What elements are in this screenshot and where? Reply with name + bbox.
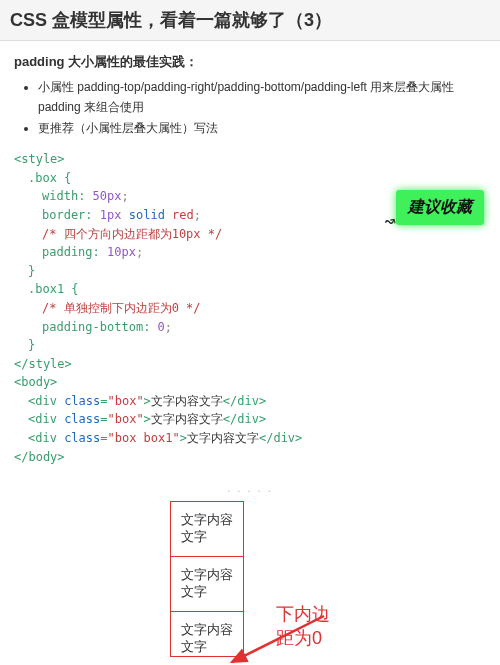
code-line: .box1 { <box>14 280 486 299</box>
code-line: </style> <box>14 355 486 374</box>
code-line: padding-bottom: 0; <box>14 318 486 337</box>
demo-boxes: 文字内容文字 文字内容文字 文字内容文字 <box>170 502 244 656</box>
demo-box-last: 文字内容文字 <box>170 611 244 657</box>
code-line: } <box>14 336 486 355</box>
code-line: <style> <box>14 150 486 169</box>
demo-box: 文字内容文字 <box>170 501 244 557</box>
code-comment: /* 单独控制下内边距为0 */ <box>14 299 486 318</box>
code-line: } <box>14 262 486 281</box>
page-title: CSS 盒模型属性，看着一篇就够了（3） <box>0 0 500 41</box>
code-line: <div class="box">文字内容文字</div> <box>14 410 486 429</box>
demo-caption: 下内边距为0 <box>276 602 330 651</box>
code-line: padding: 10px; <box>14 243 486 262</box>
demo-figure: 文字内容文字 文字内容文字 文字内容文字 下内边距为0 <box>14 502 486 656</box>
demo-box: 文字内容文字 <box>170 556 244 612</box>
suggestion-badge: 建议收藏 <box>396 190 484 225</box>
code-line: <body> <box>14 373 486 392</box>
subheading: padding 大小属性的最佳实践： <box>14 53 486 71</box>
code-block: ↝ 建议收藏 <style> .box { width: 50px; borde… <box>14 148 486 468</box>
code-line: <div class="box box1">文字内容文字</div> <box>14 429 486 448</box>
article-body: padding 大小属性的最佳实践： 小属性 padding-top/paddi… <box>0 41 500 665</box>
code-line: <div class="box">文字内容文字</div> <box>14 392 486 411</box>
section-separator: . . . . . <box>14 482 486 494</box>
bullet-list: 小属性 padding-top/padding-right/padding-bo… <box>14 77 486 138</box>
code-comment: /* 四个方向内边距都为10px */ <box>14 225 486 244</box>
code-line: .box { <box>14 169 486 188</box>
code-line: </body> <box>14 448 486 467</box>
list-item: 小属性 padding-top/padding-right/padding-bo… <box>38 77 486 118</box>
list-item: 更推荐（小属性层叠大属性）写法 <box>38 118 486 138</box>
